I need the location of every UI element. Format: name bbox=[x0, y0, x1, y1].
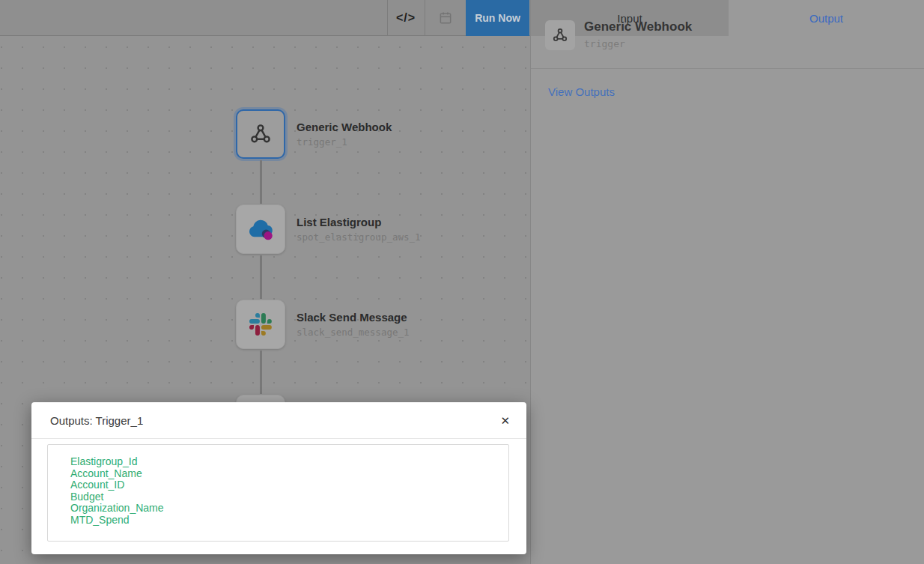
canvas-toolbar: </> Run Now bbox=[0, 0, 530, 36]
node-connector bbox=[260, 160, 262, 204]
slack-icon bbox=[249, 313, 272, 336]
workflow-node-slack[interactable] bbox=[236, 300, 285, 349]
webhook-icon bbox=[248, 121, 273, 147]
node-connector bbox=[260, 351, 262, 394]
output-item[interactable]: Elastigroup_Id bbox=[70, 456, 501, 468]
outputs-modal: Outputs: Trigger_1 ✕ Elastigroup_Id Acco… bbox=[31, 402, 526, 554]
output-item[interactable]: Organization_Name bbox=[70, 503, 501, 515]
node-label-elastigroup: List Elastigroup spot_elastigroup_aws_1 bbox=[297, 216, 421, 243]
node-type-icon-box bbox=[545, 20, 575, 50]
node-title: Generic Webhook bbox=[297, 121, 392, 133]
spot-cloud-icon bbox=[246, 216, 276, 243]
node-connector bbox=[260, 255, 262, 299]
outputs-list-box: Elastigroup_Id Account_Name Account_ID B… bbox=[47, 444, 509, 542]
workflow-node-elastigroup[interactable] bbox=[236, 204, 285, 254]
node-details-panel: Input Output Generic Webhook trigger Vie… bbox=[530, 0, 924, 564]
run-now-button[interactable]: Run Now bbox=[466, 0, 529, 36]
close-icon[interactable]: ✕ bbox=[500, 415, 510, 426]
modal-header: Outputs: Trigger_1 ✕ bbox=[31, 402, 526, 439]
node-id: spot_elastigroup_aws_1 bbox=[297, 231, 421, 243]
node-label-slack: Slack Send Message slack_send_message_1 bbox=[297, 311, 410, 338]
code-view-button[interactable]: </> bbox=[387, 0, 425, 35]
node-id: trigger_1 bbox=[297, 136, 392, 148]
schedule-button[interactable] bbox=[425, 0, 466, 35]
tab-output-label: Output bbox=[809, 12, 843, 25]
node-title: Slack Send Message bbox=[297, 311, 410, 324]
code-icon: </> bbox=[396, 11, 416, 25]
output-item[interactable]: MTD_Spend bbox=[70, 515, 501, 527]
output-item[interactable]: Account_Name bbox=[70, 468, 501, 480]
tab-output[interactable]: Output bbox=[729, 0, 924, 36]
node-id: slack_send_message_1 bbox=[297, 327, 410, 338]
webhook-icon bbox=[551, 26, 569, 44]
calendar-icon bbox=[438, 10, 453, 25]
view-outputs-link[interactable]: View Outputs bbox=[548, 85, 615, 98]
output-item[interactable]: Budget bbox=[70, 491, 501, 503]
modal-title: Outputs: Trigger_1 bbox=[50, 414, 143, 427]
panel-node-type: trigger bbox=[584, 38, 625, 49]
workflow-node-trigger[interactable] bbox=[236, 109, 285, 159]
panel-node-title: Generic Webhook bbox=[584, 19, 692, 34]
panel-divider bbox=[531, 68, 924, 69]
node-label-trigger: Generic Webhook trigger_1 bbox=[297, 121, 392, 148]
run-now-label: Run Now bbox=[475, 12, 520, 24]
output-item[interactable]: Account_ID bbox=[70, 479, 501, 491]
node-title: List Elastigroup bbox=[297, 216, 421, 228]
